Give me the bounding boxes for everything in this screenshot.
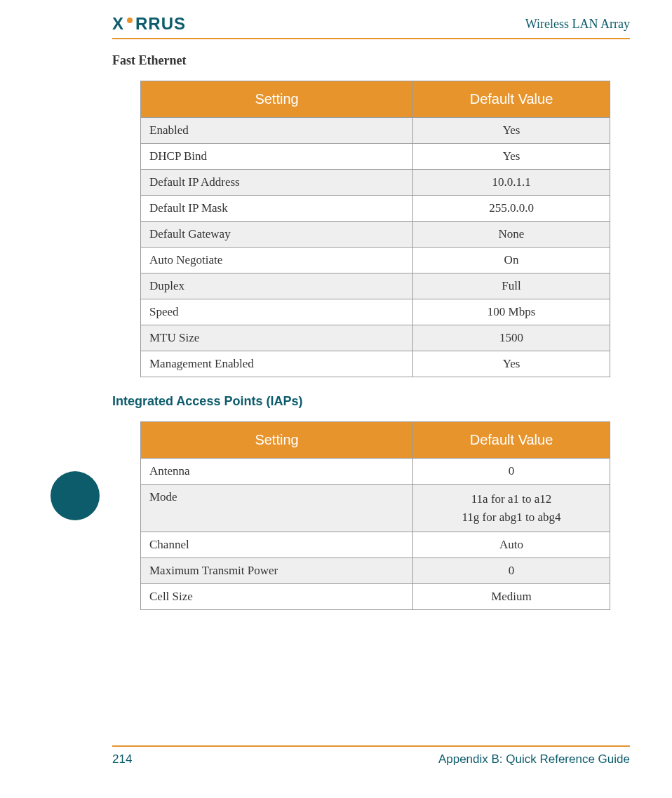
document-title: Wireless LAN Array [525, 17, 630, 32]
table-row: DuplexFull [141, 273, 610, 299]
setting-cell: Maximum Transmit Power [141, 558, 413, 584]
table-header-default-value: Default Value [413, 81, 610, 118]
page-number: 214 [112, 752, 132, 766]
table-header-setting: Setting [141, 422, 413, 459]
brand-logo: XRRUS [112, 14, 186, 34]
table-row: Default GatewayNone [141, 222, 610, 248]
setting-cell: DHCP Bind [141, 144, 413, 170]
table-header-default-value: Default Value [413, 422, 610, 459]
table-row: Mode11a for a1 to a1211g for abg1 to abg… [141, 485, 610, 532]
logo-text-x: X [112, 14, 124, 34]
value-cell: 11a for a1 to a1211g for abg1 to abg4 [413, 485, 610, 532]
table-row: Antenna0 [141, 459, 610, 485]
fast-ethernet-table: Setting Default Value EnabledYesDHCP Bin… [140, 81, 610, 377]
table-row: Cell SizeMedium [141, 584, 610, 610]
value-cell: 10.0.1.1 [413, 170, 610, 196]
value-cell: Medium [413, 584, 610, 610]
iaps-table: Setting Default Value Antenna0Mode11a fo… [140, 421, 610, 610]
setting-cell: Default Gateway [141, 222, 413, 248]
value-cell: On [413, 248, 610, 273]
setting-cell: MTU Size [141, 325, 413, 351]
table-row: Management EnabledYes [141, 351, 610, 377]
setting-cell: Cell Size [141, 584, 413, 610]
table-row: Speed100 Mbps [141, 299, 610, 325]
value-cell: 0 [413, 558, 610, 584]
page-header: XRRUS Wireless LAN Array [112, 14, 630, 39]
table-row: Maximum Transmit Power0 [141, 558, 610, 584]
table-row: DHCP BindYes [141, 144, 610, 170]
setting-cell: Mode [141, 485, 413, 532]
value-cell: 1500 [413, 325, 610, 351]
value-cell: Full [413, 273, 610, 299]
table-header-setting: Setting [141, 81, 413, 118]
setting-cell: Auto Negotiate [141, 248, 413, 273]
setting-cell: Speed [141, 299, 413, 325]
section-title-iaps: Integrated Access Points (IAPs) [112, 394, 630, 409]
section-title-fast-ethernet: Fast Ethernet [112, 53, 630, 68]
setting-cell: Channel [141, 532, 413, 558]
main-content: Fast Ethernet Setting Default Value Enab… [112, 53, 630, 610]
value-cell: 0 [413, 459, 610, 485]
table-row: MTU Size1500 [141, 325, 610, 351]
page-footer: 214 Appendix B: Quick Reference Guide [112, 745, 630, 766]
value-cell: None [413, 222, 610, 248]
setting-cell: Default IP Address [141, 170, 413, 196]
table-row: Default IP Address10.0.1.1 [141, 170, 610, 196]
logo-text-rrus: RRUS [135, 14, 186, 34]
value-cell: Yes [413, 118, 610, 144]
logo-dot-icon [127, 18, 133, 23]
value-cell: Yes [413, 351, 610, 377]
setting-cell: Management Enabled [141, 351, 413, 377]
table-row: EnabledYes [141, 118, 610, 144]
value-cell: Yes [413, 144, 610, 170]
appendix-label: Appendix B: Quick Reference Guide [438, 752, 630, 766]
setting-cell: Duplex [141, 273, 413, 299]
value-cell: 255.0.0.0 [413, 196, 610, 222]
setting-cell: Default IP Mask [141, 196, 413, 222]
value-cell: Auto [413, 532, 610, 558]
table-row: ChannelAuto [141, 532, 610, 558]
value-cell: 100 Mbps [413, 299, 610, 325]
setting-cell: Antenna [141, 459, 413, 485]
margin-circle-icon [51, 471, 100, 520]
table-row: Default IP Mask255.0.0.0 [141, 196, 610, 222]
table-row: Auto NegotiateOn [141, 248, 610, 273]
setting-cell: Enabled [141, 118, 413, 144]
